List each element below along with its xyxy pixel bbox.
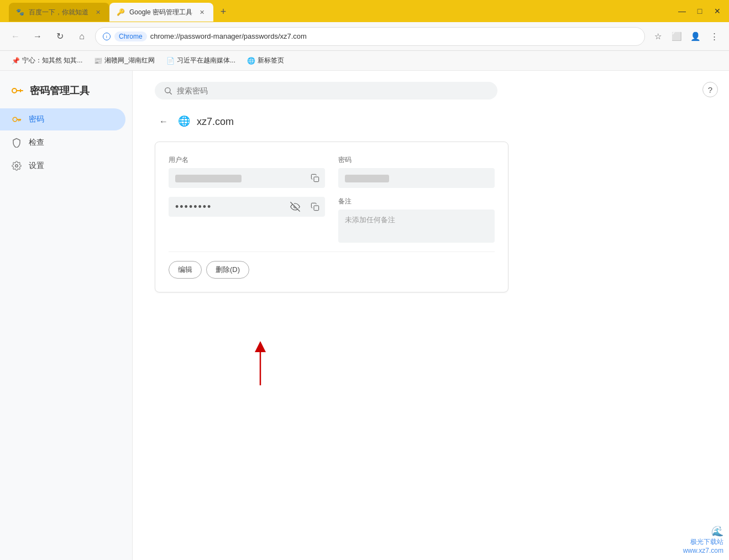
tab-password-manager[interactable]: 🔑 Google 密码管理工具 ✕ <box>109 3 213 22</box>
password-toggle-visibility-button[interactable] <box>285 197 305 217</box>
bookmark-2-label: 湘赣网_湖南红网 <box>104 56 155 65</box>
page-header: ← 🌐 xz7.com <box>155 113 707 130</box>
sidebar-item-settings[interactable]: 设置 <box>0 155 125 177</box>
search-input[interactable] <box>177 86 489 95</box>
watermark-line1: 极光下载站 <box>683 537 723 547</box>
password-group: 密码 <box>338 155 495 188</box>
address-input-wrap[interactable]: i Chrome chrome://password-manager/passw… <box>95 27 645 46</box>
form-row-1: 用户名 <box>169 155 495 188</box>
back-button[interactable]: ← <box>7 28 24 45</box>
form-actions: 编辑 删除(D) <box>169 252 495 279</box>
bookmark-button[interactable]: ☆ <box>649 28 666 45</box>
notes-group: 备注 未添加任何备注 <box>338 197 495 243</box>
home-button[interactable]: ⌂ <box>73 28 91 45</box>
sidebar-item-check[interactable]: 检查 <box>0 132 125 154</box>
tab-bar: 🐾 百度一下，你就知道 ✕ 🔑 Google 密码管理工具 ✕ + <box>4 1 675 22</box>
password-field: •••••••• <box>169 197 325 217</box>
tab-baidu-favicon: 🐾 <box>15 8 24 17</box>
svg-text:i: i <box>106 34 107 39</box>
svg-rect-15 <box>314 206 319 211</box>
username-field <box>169 168 325 188</box>
sidebar: 密码管理工具 密码 <box>0 71 133 560</box>
bookmark-1-label: 宁心：知其然 知其... <box>22 56 82 65</box>
password-label: 密码 <box>338 155 495 165</box>
shield-icon <box>11 137 22 148</box>
sidebar-logo-text: 密码管理工具 <box>30 84 90 97</box>
sidebar-logo: 密码管理工具 <box>0 80 132 108</box>
bookmark-4[interactable]: 🌐 新标签页 <box>242 54 289 67</box>
watermark-icon: 🌊 <box>683 525 723 537</box>
maximize-button[interactable]: □ <box>693 4 707 18</box>
content-area: 密码管理工具 密码 <box>0 71 729 560</box>
username-label: 用户名 <box>169 155 325 165</box>
password-dots: •••••••• <box>169 201 285 213</box>
svg-rect-4 <box>17 90 20 91</box>
site-title: xz7.com <box>197 116 234 128</box>
delete-button[interactable]: 删除(D) <box>206 261 249 279</box>
password-copy-button[interactable] <box>305 197 325 217</box>
window-controls: — □ ✕ <box>675 4 725 18</box>
bookmark-1-favicon: 📌 <box>11 56 20 65</box>
key-icon <box>11 114 22 125</box>
bookmark-2-favicon: 📰 <box>93 56 102 65</box>
bookmark-3-label: 习近平在越南媒体... <box>177 56 235 65</box>
bookmark-4-label: 新标签页 <box>258 56 284 65</box>
refresh-button[interactable]: ↻ <box>51 28 69 45</box>
minimize-button[interactable]: — <box>675 4 689 18</box>
username-group: 用户名 <box>169 155 325 188</box>
tab-baidu-title: 百度一下，你就知道 <box>29 8 88 17</box>
notes-field: 未添加任何备注 <box>338 210 495 243</box>
svg-point-2 <box>12 88 17 93</box>
watermark-line2: www.xz7.com <box>683 547 723 554</box>
form-row-2: •••••••• <box>169 197 495 243</box>
search-bar <box>155 82 497 100</box>
sidebar-item-settings-label: 设置 <box>29 161 44 171</box>
bookmark-1[interactable]: 📌 宁心：知其然 知其... <box>7 54 87 67</box>
search-icon <box>164 86 172 95</box>
svg-rect-8 <box>19 119 20 121</box>
annotation-arrow <box>244 341 277 385</box>
tab-pm-close[interactable]: ✕ <box>197 7 207 17</box>
bookmark-2[interactable]: 📰 湘赣网_湖南红网 <box>89 54 159 67</box>
main-panel: ? ← 🌐 xz7.com 用户名 <box>133 71 729 560</box>
profile-button[interactable]: 👤 <box>687 28 704 45</box>
cast-button[interactable]: ⬜ <box>668 28 685 45</box>
browser-frame: 🐾 百度一下，你就知道 ✕ 🔑 Google 密码管理工具 ✕ + — □ ✕ … <box>0 0 729 560</box>
sidebar-item-passwords[interactable]: 密码 <box>0 108 125 130</box>
username-copy-button[interactable] <box>305 168 325 188</box>
tab-baidu[interactable]: 🐾 百度一下，你就知道 ✕ <box>9 3 109 22</box>
tab-pm-title: Google 密码管理工具 <box>129 8 192 17</box>
sidebar-logo-icon <box>11 84 24 97</box>
notes-placeholder: 未添加任何备注 <box>345 216 395 224</box>
username-blurred <box>175 175 242 182</box>
notes-label: 备注 <box>338 197 495 206</box>
menu-button[interactable]: ⋮ <box>706 28 722 45</box>
help-button[interactable]: ? <box>702 82 718 97</box>
bookmark-3[interactable]: 📄 习近平在越南媒体... <box>161 54 240 67</box>
gear-icon <box>11 160 22 171</box>
bookmark-3-favicon: 📄 <box>166 56 175 65</box>
chrome-badge: Chrome <box>114 32 147 41</box>
username-value <box>169 174 305 182</box>
svg-point-6 <box>13 117 17 122</box>
forward-button[interactable]: → <box>29 28 46 45</box>
password-display-field <box>338 168 495 188</box>
address-url[interactable]: chrome://password-manager/passwords/xz7.… <box>150 32 638 40</box>
address-bar: ← → ↻ ⌂ i Chrome chrome://password-manag… <box>0 22 729 51</box>
svg-rect-9 <box>18 120 19 121</box>
bookmarks-bar: 📌 宁心：知其然 知其... 📰 湘赣网_湖南红网 📄 习近平在越南媒体... … <box>0 51 729 71</box>
password-actions-group: •••••••• <box>169 197 325 243</box>
svg-rect-5 <box>20 89 21 92</box>
tab-baidu-close[interactable]: ✕ <box>93 7 103 17</box>
page-back-button[interactable]: ← <box>155 113 172 130</box>
svg-rect-13 <box>314 177 319 182</box>
bookmark-4-favicon: 🌐 <box>247 56 255 65</box>
site-globe-icon: 🌐 <box>178 115 191 128</box>
eye-slash-icon <box>290 202 300 212</box>
edit-button[interactable]: 编辑 <box>169 261 202 279</box>
password-card: 用户名 <box>155 142 508 292</box>
close-button[interactable]: ✕ <box>710 4 725 18</box>
svg-line-12 <box>170 92 172 95</box>
new-tab-button[interactable]: + <box>216 4 231 19</box>
password-blurred <box>345 175 389 182</box>
